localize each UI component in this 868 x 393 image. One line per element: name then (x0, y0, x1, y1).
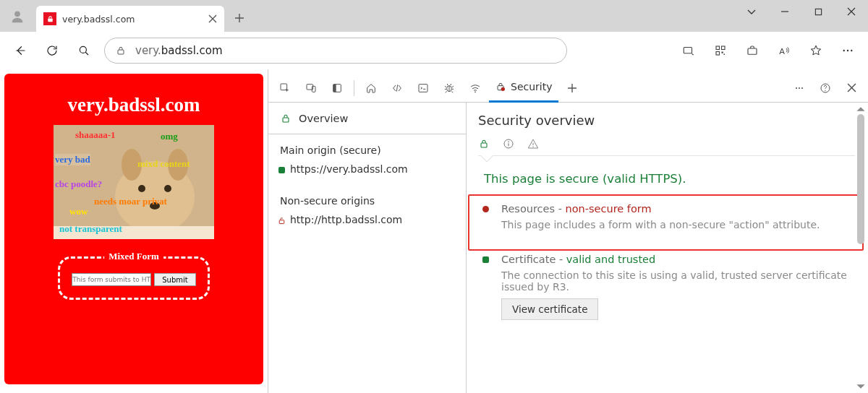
address-bar[interactable]: very.badssl.com (104, 38, 567, 64)
svg-rect-10 (724, 53, 726, 55)
home-icon (365, 82, 377, 94)
scroll-down-icon[interactable] (856, 381, 866, 392)
nonsecure-origin-url: http://http.badssl.com (290, 214, 402, 225)
tab-title: very.badssl.com (62, 14, 203, 25)
mixed-form-legend: Mixed Form (104, 251, 163, 262)
profile-button[interactable] (4, 6, 30, 27)
lock-icon (280, 113, 292, 124)
favorites-button[interactable] (801, 36, 830, 65)
wifi-icon (469, 82, 481, 94)
resources-heading: Resources - non-secure form (501, 203, 851, 215)
tab-actions-button[interactable] (735, 0, 768, 23)
main-origin-header: Main origin (secure) (268, 134, 466, 159)
svg-rect-26 (312, 86, 315, 92)
elements-tab[interactable] (385, 76, 409, 100)
security-tab[interactable]: Security (489, 74, 558, 103)
star-icon (809, 44, 822, 57)
more-icon (793, 82, 805, 94)
info-icon[interactable] (503, 138, 514, 150)
mixed-form: Mixed Form Submit (58, 256, 210, 300)
settings-menu-button[interactable] (833, 36, 862, 65)
inspect-icon (279, 82, 291, 94)
overview-row[interactable]: Overview (268, 103, 466, 134)
security-summary-icons (478, 137, 855, 156)
dock-icon (331, 82, 343, 94)
devtools-body: Overview Main origin (secure) https://ve… (268, 103, 868, 393)
page-title: very.badssl.com (4, 94, 263, 116)
browser-toolbar: very.badssl.com A (0, 32, 868, 69)
search-icon (77, 44, 90, 57)
meme-text: shaaaaa-1 (75, 129, 116, 141)
new-tab-button[interactable] (227, 6, 252, 30)
refresh-button[interactable] (38, 36, 67, 65)
devices-icon (305, 82, 317, 94)
minimize-button[interactable] (768, 0, 801, 23)
tab-close-icon[interactable] (208, 14, 217, 23)
svg-point-43 (508, 142, 509, 143)
svg-rect-4 (118, 50, 124, 54)
maximize-button[interactable] (801, 0, 835, 23)
search-button[interactable] (69, 36, 98, 65)
svg-point-0 (14, 11, 20, 17)
welcome-tab[interactable] (359, 76, 383, 100)
svg-rect-5 (684, 47, 692, 53)
dock-button[interactable] (325, 76, 349, 100)
network-tab[interactable] (463, 76, 488, 100)
svg-point-34 (796, 87, 797, 88)
scroll-up-icon[interactable] (856, 104, 866, 114)
help-icon (820, 82, 831, 94)
console-tab[interactable] (411, 76, 435, 100)
main-origin-item[interactable]: https://very.badssl.com (268, 159, 466, 179)
svg-text:A: A (779, 46, 785, 56)
security-tab-label: Security (511, 81, 553, 92)
svg-rect-8 (716, 51, 720, 55)
svg-point-3 (80, 46, 86, 53)
resources-description: This page includes a form with a non-sec… (501, 219, 851, 230)
mixed-form-input[interactable] (72, 273, 151, 286)
meme-text: cbc poodle? (55, 178, 102, 190)
secure-status-line: This page is secure (valid HTTPS). (484, 172, 855, 186)
certificate-heading: Certificate - valid and trusted (501, 254, 851, 265)
browser-tab[interactable]: very.badssl.com (36, 6, 224, 32)
close-icon (847, 83, 856, 92)
mixed-form-submit-button[interactable]: Submit (154, 273, 195, 286)
nonsecure-origin-item[interactable]: http://http.badssl.com (268, 210, 466, 230)
back-button[interactable] (6, 36, 35, 65)
bug-icon (443, 82, 455, 94)
more-icon (841, 44, 854, 57)
svg-rect-6 (716, 46, 720, 50)
maximize-icon (814, 8, 822, 16)
close-window-button[interactable] (835, 0, 868, 23)
svg-rect-28 (333, 84, 336, 92)
svg-point-36 (801, 87, 803, 88)
devtools-help-button[interactable] (813, 76, 838, 100)
meme-text: not transparent (59, 223, 122, 235)
lock-icon[interactable] (478, 138, 490, 150)
svg-rect-9 (722, 51, 723, 53)
screenshot-button[interactable] (674, 36, 703, 65)
warning-icon[interactable] (527, 138, 539, 150)
more-tabs-button[interactable] (560, 76, 584, 100)
svg-point-20 (138, 185, 145, 192)
inspect-button[interactable] (273, 76, 297, 100)
scrollbar-thumb[interactable] (857, 114, 864, 244)
collections-button[interactable] (738, 36, 767, 65)
sources-tab[interactable] (437, 76, 461, 100)
svg-rect-2 (815, 9, 821, 14)
status-dot-bad-icon (482, 206, 489, 212)
svg-rect-1 (48, 18, 52, 22)
svg-rect-41 (481, 143, 487, 147)
meme-text: needs moar privat (94, 196, 167, 207)
page-card: very.badssl.com shaaaaa-1 omg very bad m… (4, 74, 263, 384)
devtools-close-button[interactable] (839, 76, 864, 100)
screenshot-icon (682, 44, 695, 57)
devtools-more-button[interactable] (787, 76, 812, 100)
svg-point-44 (532, 146, 533, 147)
qr-button[interactable] (706, 36, 735, 65)
read-aloud-button[interactable]: A (770, 36, 799, 65)
scrollbar[interactable] (855, 104, 867, 392)
device-toggle-button[interactable] (299, 76, 323, 100)
view-certificate-button[interactable]: View certificate (501, 298, 598, 320)
close-icon (847, 7, 856, 16)
svg-rect-39 (283, 118, 289, 122)
